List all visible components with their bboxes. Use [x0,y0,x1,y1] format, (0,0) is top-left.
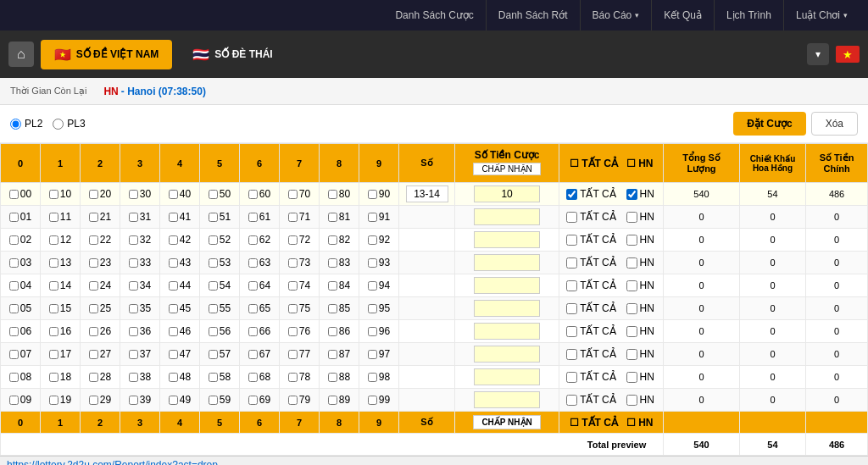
checkbox-row1-col2[interactable] [89,213,98,222]
pl2-radio-label[interactable]: PL2 [10,118,42,130]
checkbox-row2-col7[interactable] [288,235,298,245]
checkbox-row2-col1[interactable] [49,235,58,245]
stc-input-row0[interactable] [455,183,559,206]
checkbox-row7-col4[interactable] [169,350,178,359]
stc-input-row7[interactable] [455,343,559,366]
checkbox-row5-col4[interactable] [169,304,178,313]
checkbox-row4-col8[interactable] [328,281,337,291]
checkbox-row4-col5[interactable] [209,281,218,291]
checkbox-row8-col0[interactable] [9,373,19,382]
checkbox-row4-col9[interactable] [368,281,377,291]
checkbox-row6-col5[interactable] [209,327,218,336]
checkbox-row0-col0[interactable] [9,190,19,199]
checkbox-row1-col5[interactable] [209,213,218,222]
checkbox-row7-col3[interactable] [129,350,138,359]
checkbox-row8-col2[interactable] [89,373,98,382]
tat-ca-checkbox-row6[interactable] [566,326,577,337]
tat-ca-checkbox-row0[interactable] [566,189,577,200]
tat-ca-checkbox-row7[interactable] [566,349,577,360]
tat-ca-checkbox-row9[interactable] [566,395,577,406]
checkbox-row3-col7[interactable] [288,258,298,268]
checkbox-row5-col5[interactable] [209,304,218,313]
checkbox-row7-col6[interactable] [248,350,258,359]
checkbox-row9-col1[interactable] [49,396,58,405]
checkbox-row1-col4[interactable] [169,213,178,222]
checkbox-row0-col8[interactable] [328,190,337,199]
checkbox-row0-col6[interactable] [248,190,258,199]
checkbox-row3-col8[interactable] [328,258,337,268]
hn-checkbox-row7[interactable] [626,349,637,360]
checkbox-row8-col5[interactable] [209,373,218,382]
checkbox-row0-col1[interactable] [49,190,58,199]
checkbox-row2-col8[interactable] [328,235,337,245]
nav-bao-cao[interactable]: Báo Cáo ▾ [581,0,653,30]
language-dropdown-button[interactable]: ▾ [807,43,829,65]
so-input-row1[interactable] [399,206,455,229]
tat-ca-checkbox-row5[interactable] [566,303,577,314]
thai-tab[interactable]: 🇹🇭 SỐ ĐÈ THÁI [179,40,286,69]
checkbox-row4-col1[interactable] [49,281,58,291]
checkbox-row3-col9[interactable] [368,258,377,268]
viet-nam-tab[interactable]: 🇻🇳 SỐ ĐỀ VIỆT NAM [41,40,173,69]
hn-checkbox-row3[interactable] [626,257,637,268]
dat-cuoc-button[interactable]: Đặt Cược [733,112,805,136]
checkbox-row9-col3[interactable] [129,396,138,405]
hn-checkbox-row4[interactable] [626,280,637,291]
nav-danh-sach-rot[interactable]: Danh Sách Rớt [487,0,581,30]
checkbox-row8-col9[interactable] [368,373,377,382]
checkbox-row9-col7[interactable] [288,396,298,405]
checkbox-row2-col5[interactable] [209,235,218,245]
checkbox-row2-col2[interactable] [89,235,98,245]
hn-checkbox-row8[interactable] [626,372,637,383]
checkbox-row9-col8[interactable] [328,396,337,405]
checkbox-row2-col4[interactable] [169,235,178,245]
checkbox-row3-col1[interactable] [49,258,58,268]
checkbox-row7-col0[interactable] [9,350,19,359]
checkbox-row5-col1[interactable] [49,304,58,313]
tat-ca-checkbox-row4[interactable] [566,280,577,291]
checkbox-row0-col2[interactable] [89,190,98,199]
checkbox-row7-col8[interactable] [328,350,337,359]
checkbox-row5-col3[interactable] [129,304,138,313]
checkbox-row2-col0[interactable] [9,235,19,245]
tat-ca-checkbox-row1[interactable] [566,212,577,223]
stc-input-row4[interactable] [455,274,559,297]
checkbox-row3-col3[interactable] [129,258,138,268]
checkbox-row6-col6[interactable] [248,327,258,336]
checkbox-row9-col6[interactable] [248,396,258,405]
xoa-button[interactable]: Xóa [811,112,858,136]
stc-input-row9[interactable] [455,389,559,412]
tat-ca-checkbox-row8[interactable] [566,372,577,383]
checkbox-row0-col4[interactable] [169,190,178,199]
checkbox-row2-col3[interactable] [129,235,138,245]
nav-ket-qua[interactable]: Kết Quả [652,0,715,30]
checkbox-row2-col9[interactable] [368,235,377,245]
checkbox-row5-col9[interactable] [368,304,377,313]
checkbox-row3-col6[interactable] [248,258,258,268]
checkbox-row6-col8[interactable] [328,327,337,336]
so-input-row4[interactable] [399,274,455,297]
pl3-radio[interactable] [53,119,64,130]
nav-luat-choi[interactable]: Luật Chơi ▾ [784,0,860,30]
checkbox-row1-col1[interactable] [49,213,58,222]
stc-input-row5[interactable] [455,297,559,320]
stc-input-row6[interactable] [455,320,559,343]
hn-checkbox-row5[interactable] [626,303,637,314]
stc-input-row8[interactable] [455,366,559,389]
checkbox-row3-col0[interactable] [9,258,19,268]
checkbox-row5-col6[interactable] [248,304,258,313]
checkbox-row4-col4[interactable] [169,281,178,291]
hn-checkbox-row9[interactable] [626,395,637,406]
checkbox-row4-col6[interactable] [248,281,258,291]
so-input-row2[interactable] [399,229,455,252]
checkbox-row6-col4[interactable] [169,327,178,336]
stc-input-row3[interactable] [455,252,559,274]
checkbox-row8-col3[interactable] [129,373,138,382]
checkbox-row3-col5[interactable] [209,258,218,268]
checkbox-row1-col0[interactable] [9,213,19,222]
checkbox-row3-col2[interactable] [89,258,98,268]
checkbox-row1-col3[interactable] [129,213,138,222]
checkbox-row0-col9[interactable] [368,190,377,199]
pl2-radio[interactable] [10,119,21,130]
checkbox-row7-col1[interactable] [49,350,58,359]
